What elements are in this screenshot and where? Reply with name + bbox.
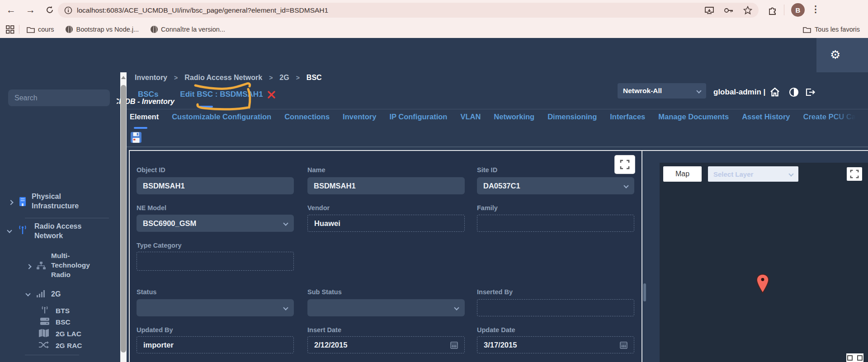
tab-vlan[interactable]: VLAN — [460, 113, 481, 121]
logout-icon[interactable] — [805, 87, 816, 98]
tab-inventory[interactable]: Inventory — [343, 113, 376, 121]
name-input[interactable]: BSDMSAH1 — [307, 177, 465, 194]
extensions-icon[interactable] — [768, 5, 778, 16]
home-icon[interactable] — [769, 87, 780, 98]
tab-customizable-configuration[interactable]: Customizable Configuration — [172, 113, 271, 121]
tab-dimensioning[interactable]: Dimensioning — [547, 113, 597, 121]
tab-manage-documents[interactable]: Manage Documents — [658, 113, 729, 121]
map-corner-controls — [846, 353, 863, 362]
bookmark-cours[interactable]: cours — [27, 26, 54, 33]
family-input[interactable] — [477, 215, 634, 232]
calendar-icon[interactable] — [620, 341, 627, 349]
map-type-button[interactable]: Map — [663, 166, 702, 182]
active-subtab-indicator — [199, 106, 213, 108]
field-label: Updated By — [137, 326, 173, 334]
sidebar-item-bsc[interactable]: BSC — [56, 317, 71, 327]
update-date-input[interactable]: 3/17/2015 — [477, 336, 634, 353]
form-scrollbar-thumb[interactable] — [643, 283, 646, 301]
vendor-input[interactable]: Huawei — [307, 215, 465, 232]
antenna-icon — [40, 306, 50, 315]
subtab-bscs[interactable]: BSCs — [138, 90, 158, 99]
sub-status-select[interactable] — [307, 299, 465, 316]
map-marker-icon[interactable] — [756, 274, 769, 294]
gear-icon[interactable]: ⚙ — [830, 48, 840, 61]
expand-form-button[interactable] — [615, 155, 635, 174]
tab-connections[interactable]: Connections — [284, 113, 330, 121]
calendar-icon[interactable] — [450, 341, 458, 349]
sidebar-item-2g-lac[interactable]: 2G LAC — [56, 329, 81, 338]
browser-menu-icon[interactable]: ⋮ — [811, 4, 820, 14]
install-icon[interactable] — [704, 6, 714, 15]
close-icon[interactable] — [268, 91, 275, 99]
ne-model-select[interactable]: BSC6900_GSM — [137, 215, 294, 232]
layer-select-value: Select Layer — [713, 170, 753, 178]
chevron-down-icon[interactable] — [25, 291, 30, 296]
insert-date-input[interactable]: 2/12/2015 — [307, 336, 465, 353]
layer-select[interactable]: Select Layer — [708, 166, 798, 182]
breadcrumb: Inventory > Radio Access Network > 2G > … — [135, 74, 322, 82]
sidebar-item-2g-rac[interactable]: 2G RAC — [56, 341, 82, 350]
apps-grid-icon[interactable] — [6, 25, 14, 34]
profile-avatar[interactable]: B — [791, 3, 805, 17]
type-category-input[interactable] — [137, 252, 294, 271]
field-label: Status — [137, 288, 156, 296]
favicon-globe-icon — [66, 26, 73, 33]
tab-element[interactable]: Element — [130, 113, 159, 121]
map-control-square[interactable] — [857, 355, 863, 361]
vertical-scrollbar[interactable] — [120, 72, 127, 362]
app-header: nuiva UCMDB - Inventory Netwrok-All glob… — [0, 38, 868, 72]
antenna-icon — [17, 225, 28, 235]
reload-icon[interactable] — [45, 5, 54, 14]
chevron-down-icon[interactable] — [7, 228, 12, 233]
updated-by-input[interactable]: importer — [137, 336, 294, 353]
bookmark-bootstrap-vs-node[interactable]: Bootstrap vs Node.j... — [66, 26, 139, 33]
site-id-select[interactable]: DA0537C1 — [477, 177, 634, 194]
server-icon — [40, 317, 50, 326]
map-control-square[interactable] — [847, 355, 853, 361]
chevron-right-icon[interactable] — [26, 264, 31, 269]
sidebar-item-bts[interactable]: BTS — [56, 306, 70, 315]
breadcrumb-2g[interactable]: 2G — [279, 74, 289, 82]
tab-asset-history[interactable]: Asset History — [742, 113, 790, 121]
site-id-value: DA0537C1 — [483, 182, 520, 190]
network-selector[interactable]: Netwrok-All — [618, 83, 706, 99]
folder-icon — [27, 26, 35, 33]
scrollbar-up-arrow[interactable] — [121, 76, 126, 79]
favicon-globe-icon — [151, 26, 158, 33]
back-icon[interactable]: ← — [6, 3, 16, 17]
chevron-down-icon — [788, 171, 793, 176]
breadcrumb-separator: > — [174, 74, 178, 81]
password-key-icon[interactable] — [723, 6, 734, 14]
tab-ip-configuration[interactable]: IP Configuration — [389, 113, 447, 121]
tab-interfaces[interactable]: Interfaces — [610, 113, 645, 121]
chevron-right-icon[interactable] — [8, 200, 13, 205]
map-panel[interactable]: Map Select Layer — [660, 163, 868, 362]
url-text[interactable]: localhost:6083/ACE_UCMDB_UI/inv/bsc_page… — [77, 6, 704, 14]
sidebar-item-multi-technology-radio[interactable]: Multi-Technology Radio — [51, 251, 96, 279]
divider — [127, 109, 868, 109]
search-input[interactable] — [8, 89, 110, 106]
url-bar[interactable]: localhost:6083/ACE_UCMDB_UI/inv/bsc_page… — [58, 3, 759, 18]
scrollbar-thumb[interactable] — [121, 85, 126, 353]
forward-icon[interactable]: → — [26, 3, 35, 17]
sidebar-item-physical-infrastructure[interactable]: Physical Infrastructure — [32, 192, 90, 211]
inserted-by-input[interactable] — [477, 299, 634, 316]
sidebar-item-radio-access-network[interactable]: Radio Access Network — [34, 221, 89, 240]
bookmark-connaitre-version[interactable]: Connaître la version... — [151, 26, 225, 33]
contrast-icon[interactable] — [788, 87, 799, 98]
subtab-edit-bsc[interactable]: Edit BSC : BSDMSAH1 — [180, 90, 275, 99]
object-id-input[interactable]: BSDMSAH1 — [137, 177, 294, 194]
breadcrumb-inventory[interactable]: Inventory — [135, 74, 167, 82]
status-select[interactable] — [137, 299, 294, 316]
save-icon[interactable] — [130, 132, 142, 143]
breadcrumb-radio-access-network[interactable]: Radio Access Network — [184, 74, 262, 82]
sidebar-item-2g[interactable]: 2G — [51, 289, 61, 299]
tab-networking[interactable]: Networking — [494, 113, 534, 121]
all-bookmarks-button[interactable]: Tous les favoris — [803, 26, 860, 33]
expand-map-button[interactable] — [847, 167, 862, 181]
bookmark-star-icon[interactable] — [743, 6, 752, 15]
network-selector-value: Netwrok-All — [623, 87, 662, 95]
tab-create-pcu[interactable]: Create PCU Ca — [803, 113, 856, 121]
site-info-icon[interactable] — [64, 6, 72, 14]
chevron-down-icon — [283, 305, 288, 310]
